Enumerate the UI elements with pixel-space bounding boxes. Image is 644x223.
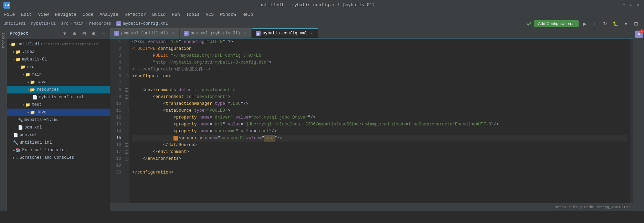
tree-item-idea[interactable]: ▶ 📁 .idea — [7, 48, 110, 56]
more-button[interactable]: ▾ — [621, 19, 630, 28]
minimize-button[interactable]: ─ — [622, 3, 627, 8]
breadcrumb-mybatis-01[interactable]: mybatis-01 — [31, 21, 56, 26]
tree-item-src[interactable]: ▾ 📁 src — [7, 63, 110, 71]
menu-vcs[interactable]: VCS — [203, 11, 217, 18]
code-line-1: <?xml version="1.0" encoding="UTF-8" ?> — [132, 38, 627, 45]
tab-icon-pom-untitled: m — [114, 31, 119, 36]
tree-item-test[interactable]: ▾ 📁 test — [7, 101, 110, 109]
fold-indicator-9[interactable]: - — [125, 95, 128, 99]
tab-pom-untitled[interactable]: m pom.xml (untitled1) ✕ — [110, 28, 180, 38]
vertical-tab-project[interactable]: Project — [0, 30, 7, 51]
menu-navigate[interactable]: Navigate — [52, 11, 79, 18]
layout-button[interactable]: ⊞ — [632, 19, 641, 28]
panel-add-button[interactable]: ⊕ — [71, 30, 78, 37]
chevron-icon: ▶ — [28, 111, 29, 114]
tree-item-resources[interactable]: ▾ 📂 resources — [7, 86, 110, 93]
menu-analyze[interactable]: Analyze — [97, 11, 121, 18]
code-line-7 — [132, 80, 627, 87]
tree-item-pom-mybatis[interactable]: 📄 pom.xml — [7, 124, 110, 131]
chevron-icon: ▾ — [23, 103, 24, 107]
fold-indicator-8[interactable]: - — [125, 88, 128, 92]
title-bar-controls: ─ □ ✕ — [622, 3, 641, 8]
line-num-15: 15 — [110, 135, 121, 142]
breadcrumb-resources[interactable]: resources — [89, 21, 111, 26]
panel-settings-button[interactable]: ⚙ — [90, 30, 97, 37]
breadcrumb-untitled1[interactable]: untitled1 — [3, 21, 26, 26]
tab-pom-mybatis[interactable]: m pom.xml (mybatis-01) ✕ — [180, 28, 252, 38]
menu-run[interactable]: Run — [169, 11, 182, 18]
menu-refactor[interactable]: Refactor — [122, 11, 149, 18]
code-content[interactable]: <?xml version="1.0" encoding="UTF-8" ?> … — [129, 38, 630, 203]
project-panel-header: Project ▼ ⊕ ⊟ ⚙ ─ — [7, 28, 110, 39]
status-url: https://blog.csdn.net/qq_45618376 — [555, 205, 630, 209]
scroll-map[interactable] — [630, 38, 633, 203]
panel-hide-button[interactable]: ─ — [99, 30, 107, 37]
code-editor: 1 2 3 4 5 6 7 8 9 10 11 12 13 14 15 16 1… — [110, 38, 633, 203]
close-button[interactable]: ✕ — [636, 3, 641, 8]
code-line-4: "http://mybatis.org/dtd/mybatis-3-config… — [132, 59, 627, 66]
breadcrumb-src[interactable]: src — [61, 21, 68, 26]
tree-item-mybatis-iml[interactable]: 🔧 mybatis-01.iml — [7, 116, 110, 124]
code-line-10: <transactionManager type="JDBC"/> — [132, 100, 627, 107]
fold-indicator-6[interactable]: - — [125, 75, 128, 78]
right-plugin-mybatis[interactable]: m × — [634, 30, 644, 39]
menu-help[interactable]: Help — [240, 11, 256, 18]
line-num-18: 18 — [110, 155, 121, 162]
tree-item-mybatis-config[interactable]: 📄 mybatis-config.xml — [7, 93, 110, 101]
menu-view[interactable]: View — [35, 11, 51, 18]
breadcrumb-main[interactable]: main — [74, 21, 84, 26]
breadcrumb-file-icon: m — [116, 21, 121, 26]
tree-item-external-libs[interactable]: ▶ 📚 External Libraries — [7, 146, 110, 154]
fold-indicator-17[interactable]: - — [125, 150, 128, 154]
menu-edit[interactable]: Edit — [18, 11, 34, 18]
tree-label-mybatis-01: mybatis-01 — [22, 57, 47, 62]
code-line-2: <!DOCTYPE configuration — [132, 45, 627, 52]
title-bar: IJ untitled1 - mybatis-config.xml [mybat… — [0, 0, 644, 10]
tree-item-main[interactable]: ▾ 📁 main — [7, 71, 110, 78]
fold-indicator-16[interactable]: - — [125, 143, 128, 147]
title-bar-title: untitled1 - mybatis-config.xml [mybatis-… — [260, 2, 375, 8]
fold-indicator-11[interactable]: - — [125, 109, 128, 112]
menu-build[interactable]: Build — [149, 11, 168, 18]
tree-item-scratches[interactable]: ▶ ✏ Scratches and Consoles — [7, 154, 110, 161]
tree-item-pom-root[interactable]: 📄 pom.xml — [7, 131, 110, 139]
status-bar: https://blog.csdn.net/qq_45618376 — [110, 203, 633, 211]
refresh-button[interactable]: ↻ — [601, 19, 610, 28]
debug-button[interactable]: 🐛 — [611, 19, 620, 28]
panel-collapse-all-button[interactable]: ⊟ — [80, 30, 88, 37]
maximize-button[interactable]: □ — [629, 3, 634, 8]
tree-item-java-test[interactable]: ▶ 📁 java — [7, 109, 110, 116]
tab-bar: m pom.xml (untitled1) ✕ m pom.xml (mybat… — [110, 28, 633, 38]
tab-close-pom-untitled[interactable]: ✕ — [170, 31, 175, 36]
line-num-19: 19 — [110, 162, 121, 169]
add-config-icon-button[interactable]: + — [590, 19, 599, 28]
run-button[interactable]: ▶ — [580, 19, 589, 28]
panel-dropdown-button[interactable]: ▼ — [61, 30, 68, 37]
menu-code[interactable]: Code — [80, 11, 96, 18]
tree-item-untitled1[interactable]: ▾ 📁 untitled1 C:\Users\Administrator\Id — [7, 41, 110, 48]
tree-item-mybatis-01[interactable]: ▾ 📁 mybatis-01 — [7, 56, 110, 63]
menu-file[interactable]: File — [1, 11, 18, 18]
menu-window[interactable]: Window — [217, 11, 239, 18]
line-num-14: 14 — [110, 128, 121, 135]
code-line-8: <environments default="development"> — [132, 87, 627, 93]
breadcrumb-mybatis-config[interactable]: mybatis-config.xml — [123, 21, 168, 26]
line-num-7: 7 — [110, 80, 121, 87]
tab-close-mybatis-config[interactable]: ✕ — [309, 31, 314, 36]
tab-icon-mybatis-config: m — [256, 31, 261, 36]
folder-icon: 📁 — [25, 102, 30, 108]
fold-indicator-18[interactable]: - — [125, 157, 128, 160]
tree-label-pom-mybatis: pom.xml — [24, 125, 42, 130]
tab-mybatis-config[interactable]: m mybatis-config.xml ✕ — [252, 28, 319, 38]
tab-label-mybatis-config: mybatis-config.xml — [263, 31, 307, 36]
project-panel-title: Project — [10, 31, 59, 36]
code-line-5: <!--configuration核心配置文件--> — [132, 66, 627, 73]
folder-icon: 📁 — [25, 72, 30, 77]
tree-item-untitled-iml[interactable]: 🔧 untitled1.iml — [7, 139, 110, 146]
add-configuration-button[interactable]: Add Configuration... — [534, 20, 579, 27]
menu-tools[interactable]: Tools — [183, 11, 202, 18]
line-num-4: 4 — [110, 59, 121, 66]
tab-close-pom-mybatis[interactable]: ✕ — [242, 31, 247, 36]
code-line-18: </environments> — [132, 155, 627, 162]
tree-item-java[interactable]: ▶ 📁 java — [7, 78, 110, 86]
